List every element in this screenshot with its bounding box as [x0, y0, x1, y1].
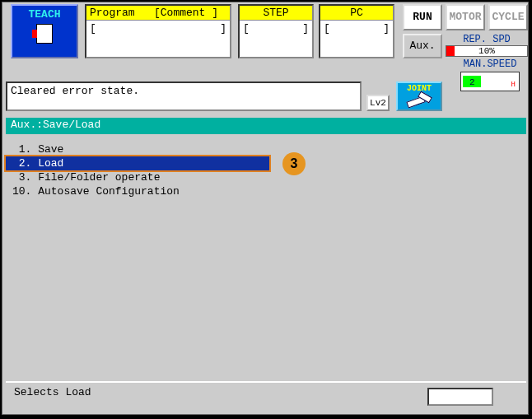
repeat-speed-indicator: REP. SPD 10%: [446, 34, 528, 57]
help-text: Selects Load: [14, 386, 91, 398]
menu-item-load[interactable]: 2. Load: [6, 156, 269, 170]
program-body-right: ]: [220, 22, 226, 52]
manspd-label: MAN.SPEED: [450, 58, 530, 70]
menu-area: 1. Save 2. Load 3. File/Folder operate 1…: [6, 134, 526, 370]
teach-mode-button[interactable]: TEACH: [11, 4, 78, 58]
program-body-left: [: [90, 22, 96, 52]
level-button[interactable]: Lv2: [366, 95, 390, 111]
menu-item-file-folder[interactable]: 3. File/Folder operate: [6, 170, 269, 184]
step-header: STEP: [240, 6, 312, 21]
robot-arm-icon: [407, 94, 432, 107]
menu-item-autosave-config[interactable]: 10. Autosave Configuration: [6, 184, 269, 198]
menu-title: Aux.:Save/Load: [11, 119, 100, 131]
menu-title-bar: Aux.:Save/Load: [6, 118, 526, 134]
joint-mode-button[interactable]: JOINT: [396, 81, 442, 111]
teach-label: TEACH: [12, 8, 77, 21]
repspd-label: REP. SPD: [446, 34, 528, 45]
footer-input[interactable]: [427, 388, 493, 406]
motor-button[interactable]: MOTOR: [446, 4, 485, 30]
step-box[interactable]: STEP [ ]: [238, 4, 314, 58]
pc-body-right: ]: [383, 22, 390, 52]
pc-box[interactable]: PC [ ]: [319, 4, 394, 58]
manspd-value: 2: [469, 77, 475, 87]
program-box[interactable]: Program [Comment ] [ ]: [85, 4, 231, 58]
menu-item-save[interactable]: 1. Save: [6, 142, 269, 156]
footer-bar: Selects Load: [6, 381, 526, 411]
manual-speed-indicator: MAN.SPEED 2 H: [450, 58, 530, 91]
cycle-button[interactable]: CYCLE: [488, 4, 528, 30]
status-message: Cleared error state.: [11, 85, 139, 97]
status-message-box: Cleared error state.: [6, 81, 362, 111]
step-body-left: [: [243, 22, 250, 52]
joint-label: JOINT: [398, 84, 441, 93]
annotation-badge: 3: [282, 152, 306, 175]
repspd-value: 10%: [446, 46, 527, 56]
pc-body-left: [: [324, 22, 330, 52]
pc-header: PC: [320, 6, 393, 21]
manspd-tick: H: [511, 81, 516, 89]
step-body-right: ]: [302, 22, 309, 52]
hand-pointer-icon: [36, 24, 53, 44]
run-button[interactable]: RUN: [403, 4, 442, 30]
program-header: Program [Comment ]: [86, 6, 230, 21]
aux-button[interactable]: Aux.: [403, 34, 442, 58]
